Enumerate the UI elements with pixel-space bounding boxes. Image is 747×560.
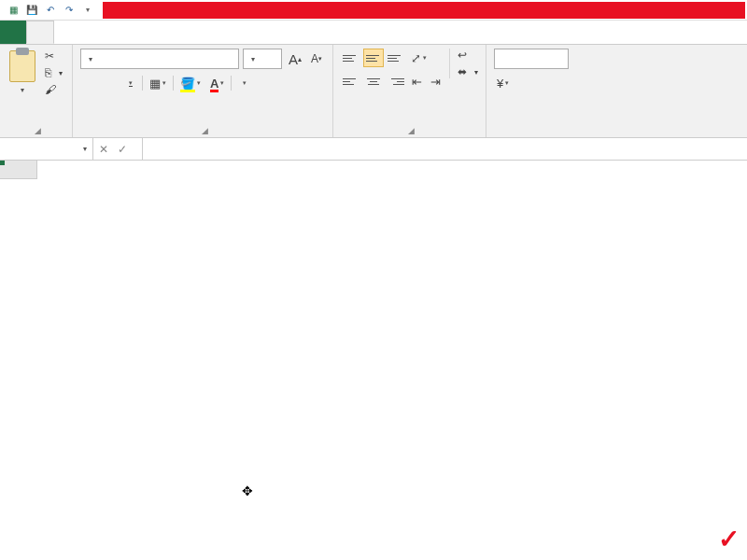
ribbon-tabs [0, 21, 747, 45]
name-box[interactable]: ▾ [0, 138, 93, 160]
decrease-indent-button[interactable]: ⇤ [408, 72, 425, 91]
border-button[interactable]: ▦▾ [147, 74, 169, 92]
undo-icon[interactable]: ↶ [43, 3, 58, 18]
paste-button[interactable]: ▾ [7, 49, 37, 96]
scissors-icon: ✂ [45, 49, 54, 63]
save-icon[interactable]: 💾 [24, 3, 39, 18]
paste-icon [9, 50, 35, 82]
align-right-button[interactable] [386, 72, 406, 91]
increase-indent-button[interactable]: ⇥ [427, 72, 444, 91]
brush-icon: 🖌 [45, 83, 56, 96]
tab-pdf[interactable] [211, 21, 237, 44]
redo-icon[interactable]: ↷ [62, 3, 77, 18]
tab-home[interactable] [26, 21, 54, 44]
merge-icon: ⬌ [458, 65, 467, 78]
number-format-select[interactable] [494, 49, 569, 69]
title-red-bar [103, 2, 745, 19]
ribbon-group-alignment: ⤢▾ ⇤ ⇥ ↩ ⬌ ▾ [333, 45, 486, 137]
currency-button[interactable]: ¥▾ [494, 74, 512, 92]
phonetic-button[interactable]: ▾ [235, 74, 252, 92]
grow-font-button[interactable]: A▴ [286, 49, 304, 68]
select-all-button[interactable] [0, 161, 37, 179]
shrink-font-button[interactable]: A▾ [308, 49, 325, 68]
chevron-down-icon: ▾ [59, 69, 63, 77]
align-bottom-button[interactable] [386, 49, 406, 67]
formula-bar: ▾ ✕ ✓ [0, 138, 747, 161]
fill-color-button[interactable]: 🪣▾ [177, 74, 204, 92]
separator [231, 76, 232, 91]
underline-button[interactable]: ▾ [121, 74, 138, 92]
wrap-icon: ↩ [458, 49, 467, 62]
italic-button[interactable] [101, 74, 118, 92]
chevron-down-icon: ▾ [83, 145, 87, 153]
align-left-button[interactable] [341, 72, 361, 91]
cut-button[interactable]: ✂ [43, 49, 64, 63]
ribbon-group-number: ¥▾ [486, 45, 576, 137]
formula-input[interactable] [143, 138, 747, 160]
separator [173, 76, 174, 91]
enter-formula-icon[interactable]: ✓ [118, 143, 127, 156]
align-middle-button[interactable] [363, 49, 384, 67]
font-name-select[interactable]: ▾ [80, 49, 239, 69]
comma-button[interactable] [536, 74, 553, 92]
copy-button[interactable]: ⎘ ▾ [43, 65, 64, 80]
excel-icon: ▦ [6, 3, 21, 18]
merge-center-button[interactable]: ⬌ ▾ [458, 65, 478, 78]
bold-button[interactable] [80, 74, 97, 92]
spreadsheet-grid[interactable] [0, 161, 747, 560]
qat-dropdown-icon[interactable]: ▾ [80, 3, 95, 18]
tab-file[interactable] [0, 21, 26, 44]
quick-access-toolbar: ▦ 💾 ↶ ↷ ▾ [0, 3, 101, 18]
orientation-button[interactable]: ⤢▾ [408, 49, 430, 67]
tab-formulas[interactable] [106, 21, 133, 44]
format-painter-button[interactable]: 🖌 [43, 82, 64, 97]
tab-insert[interactable] [54, 21, 80, 44]
separator [142, 76, 143, 91]
font-color-button[interactable]: A▾ [207, 74, 227, 92]
chevron-down-icon: ▾ [21, 86, 24, 94]
title-bar: ▦ 💾 ↶ ↷ ▾ [0, 0, 747, 21]
font-size-select[interactable]: ▾ [243, 49, 282, 69]
dialog-launcher-icon[interactable]: ◢ [202, 126, 208, 135]
ribbon: ▾ ✂ ⎘ ▾ 🖌 ◢ [0, 45, 747, 138]
dialog-launcher-icon[interactable]: ◢ [408, 126, 415, 135]
cancel-formula-icon[interactable]: ✕ [99, 143, 108, 156]
chevron-down-icon: ▾ [89, 55, 92, 63]
chevron-down-icon: ▾ [474, 68, 478, 77]
check-icon: ✓ [718, 524, 740, 554]
percent-button[interactable] [515, 74, 532, 92]
wrap-text-button[interactable]: ↩ [458, 49, 478, 62]
chevron-down-icon: ▾ [251, 55, 255, 63]
tab-view[interactable] [185, 21, 211, 44]
dialog-launcher-icon[interactable]: ◢ [35, 126, 41, 135]
align-center-button[interactable] [363, 72, 384, 91]
ribbon-group-clipboard: ▾ ✂ ⎘ ▾ 🖌 ◢ [0, 45, 73, 137]
ribbon-group-font: ▾ ▾ A▴ A▾ ▾ ▦▾ 🪣▾ A [73, 45, 333, 137]
tab-review[interactable] [159, 21, 185, 44]
tab-layout[interactable] [80, 21, 106, 44]
copy-icon: ⎘ [45, 66, 51, 79]
tab-data[interactable] [133, 21, 159, 44]
watermark: ✓ [714, 524, 740, 554]
align-top-button[interactable] [341, 49, 361, 67]
